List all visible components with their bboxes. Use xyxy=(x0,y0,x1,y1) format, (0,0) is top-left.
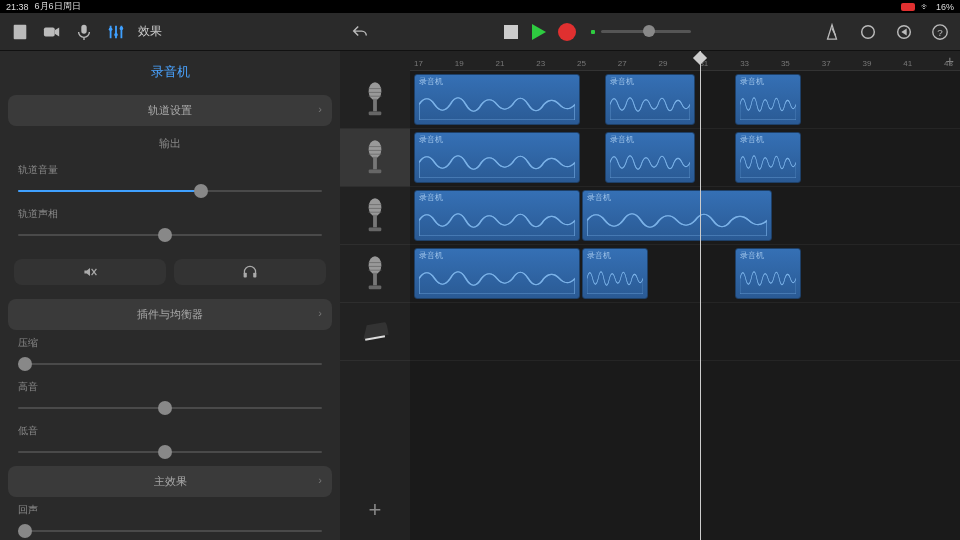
audio-region[interactable]: 录音机 xyxy=(605,74,695,125)
fx-label[interactable]: 效果 xyxy=(138,23,162,40)
ruler-tick: 19 xyxy=(455,59,464,68)
tempo-slider[interactable] xyxy=(591,30,691,34)
audio-region[interactable]: 录音机 xyxy=(414,248,580,299)
track-volume-slider[interactable] xyxy=(18,183,322,199)
region-label: 录音机 xyxy=(736,249,800,262)
status-time: 21:38 xyxy=(6,2,29,12)
svg-point-21 xyxy=(369,198,382,216)
echo-slider[interactable] xyxy=(18,523,322,539)
track-pan-row: 轨道声相 xyxy=(2,203,338,247)
record-button[interactable] xyxy=(557,22,577,42)
treble-slider[interactable] xyxy=(18,400,322,416)
lane: 录音机录音机录音机 xyxy=(410,245,960,303)
track-header-3[interactable] xyxy=(340,245,410,303)
svg-rect-13 xyxy=(244,273,247,278)
region-label: 录音机 xyxy=(606,133,694,146)
svg-point-15 xyxy=(369,82,382,100)
help-button[interactable]: ? xyxy=(930,22,950,42)
ruler-tick: 43 xyxy=(944,59,953,68)
track-header-4[interactable] xyxy=(340,303,410,361)
master-fx-label: 主效果 xyxy=(154,475,187,487)
ruler-tick: 21 xyxy=(496,59,505,68)
settings-button[interactable] xyxy=(894,22,914,42)
metronome-button[interactable] xyxy=(822,22,842,42)
audio-region[interactable]: 录音机 xyxy=(582,248,648,299)
undo-button[interactable] xyxy=(350,22,370,42)
play-button[interactable] xyxy=(529,22,549,42)
svg-rect-26 xyxy=(369,285,382,289)
lane xyxy=(410,303,960,361)
svg-rect-17 xyxy=(369,111,382,115)
track-pan-slider[interactable] xyxy=(18,227,322,243)
track-pan-label: 轨道声相 xyxy=(18,207,322,221)
svg-point-7 xyxy=(862,25,875,38)
svg-rect-1 xyxy=(44,27,55,36)
level-dot-icon xyxy=(591,30,595,34)
track-list: + xyxy=(340,51,410,540)
svg-point-3 xyxy=(109,27,113,31)
audio-region[interactable]: 录音机 xyxy=(735,248,801,299)
ruler-tick: 27 xyxy=(618,59,627,68)
timeline[interactable]: + 1719212325272931333537394143 录音机录音机录音机… xyxy=(410,51,960,540)
svg-rect-20 xyxy=(369,169,382,173)
headphones-button[interactable] xyxy=(174,259,326,285)
bass-slider[interactable] xyxy=(18,444,322,460)
ruler-tick: 39 xyxy=(862,59,871,68)
svg-rect-25 xyxy=(373,272,377,285)
camera-button[interactable] xyxy=(42,22,62,42)
mute-button[interactable] xyxy=(14,259,166,285)
stop-button[interactable] xyxy=(501,22,521,42)
microphone-button[interactable] xyxy=(74,22,94,42)
track-header-2[interactable] xyxy=(340,187,410,245)
chevron-right-icon: › xyxy=(318,307,322,319)
ruler[interactable]: + 1719212325272931333537394143 xyxy=(410,51,960,71)
add-track-button[interactable]: + xyxy=(355,490,395,530)
tracks-view-button[interactable] xyxy=(10,22,30,42)
instrument-title: 录音机 xyxy=(2,51,338,93)
svg-rect-22 xyxy=(373,214,377,227)
svg-rect-16 xyxy=(373,98,377,111)
track-settings-header[interactable]: 轨道设置 › xyxy=(8,95,332,126)
status-bar: 21:38 6月6日周日 ᯤ 16% xyxy=(0,0,960,13)
audio-region[interactable]: 录音机 xyxy=(414,74,580,125)
echo-label: 回声 xyxy=(18,503,322,517)
lane: 录音机录音机录音机 xyxy=(410,71,960,129)
loop-button[interactable] xyxy=(858,22,878,42)
ruler-tick: 25 xyxy=(577,59,586,68)
bass-row: 低音 xyxy=(2,420,338,464)
track-volume-label: 轨道音量 xyxy=(18,163,322,177)
region-label: 录音机 xyxy=(415,75,579,88)
master-fx-header[interactable]: 主效果 › xyxy=(8,466,332,497)
wifi-icon: ᯤ xyxy=(921,2,930,12)
sidebar: 录音机 轨道设置 › 输出 轨道音量 轨道声相 xyxy=(0,51,340,540)
svg-rect-19 xyxy=(373,156,377,169)
audio-region[interactable]: 录音机 xyxy=(735,74,801,125)
track-settings-label: 轨道设置 xyxy=(148,104,192,116)
audio-region[interactable]: 录音机 xyxy=(605,132,695,183)
plugins-eq-header[interactable]: 插件与均衡器 › xyxy=(8,299,332,330)
playhead[interactable] xyxy=(700,51,701,540)
region-label: 录音机 xyxy=(606,75,694,88)
track-header-1[interactable] xyxy=(340,129,410,187)
audio-region[interactable]: 录音机 xyxy=(582,190,772,241)
controls-button[interactable] xyxy=(106,22,126,42)
chevron-right-icon: › xyxy=(318,103,322,115)
main-area: 录音机 轨道设置 › 输出 轨道音量 轨道声相 xyxy=(0,51,960,540)
audio-region[interactable]: 录音机 xyxy=(414,132,580,183)
output-label: 输出 xyxy=(2,128,338,159)
region-label: 录音机 xyxy=(583,249,647,262)
ruler-tick: 33 xyxy=(740,59,749,68)
echo-row: 回声 xyxy=(2,499,338,540)
ruler-tick: 23 xyxy=(536,59,545,68)
region-label: 录音机 xyxy=(736,75,800,88)
audio-region[interactable]: 录音机 xyxy=(735,132,801,183)
audio-region[interactable]: 录音机 xyxy=(414,190,580,241)
svg-point-18 xyxy=(369,140,382,158)
svg-rect-23 xyxy=(369,227,382,231)
treble-row: 高音 xyxy=(2,376,338,420)
svg-point-24 xyxy=(369,256,382,274)
region-label: 录音机 xyxy=(415,191,579,204)
svg-text:?: ? xyxy=(937,26,943,37)
track-header-0[interactable] xyxy=(340,71,410,129)
compress-slider[interactable] xyxy=(18,356,322,372)
